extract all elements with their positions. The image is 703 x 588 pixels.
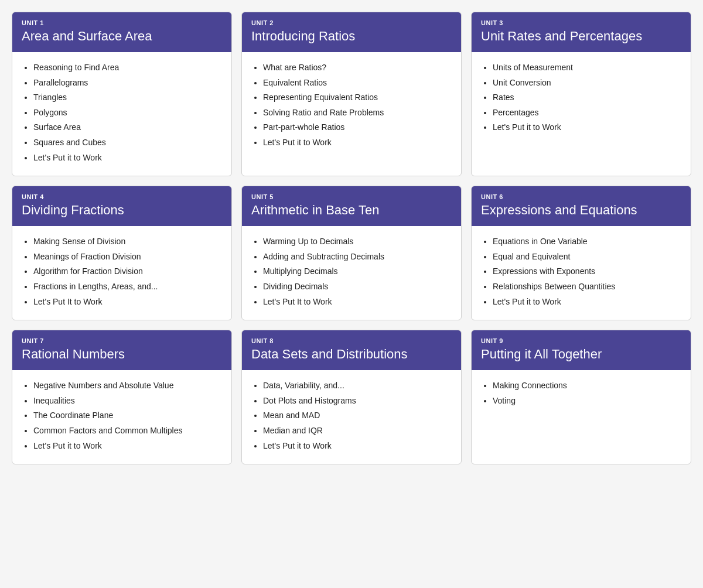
topic-item: Let's Put it to Work <box>263 439 452 454</box>
topic-item: Parallelograms <box>33 76 222 91</box>
unit-body-unit4: Making Sense of DivisionMeanings of Frac… <box>12 226 231 320</box>
unit-topics-unit1: Reasoning to Find AreaParallelogramsTria… <box>22 60 222 165</box>
unit-title-unit8: Data Sets and Distributions <box>251 347 452 362</box>
topic-item: Warming Up to Decimals <box>263 234 452 249</box>
topic-item: Solving Ratio and Rate Problems <box>263 105 452 121</box>
unit-title-unit5: Arithmetic in Base Ten <box>251 203 452 218</box>
unit-header-unit7: UNIT 7Rational Numbers <box>12 330 231 370</box>
topic-item: Making Sense of Division <box>33 234 222 249</box>
topic-item: Polygons <box>33 105 222 121</box>
topic-item: Meanings of Fraction Division <box>33 249 222 265</box>
unit-label-unit7: UNIT 7 <box>22 337 222 344</box>
unit-header-unit6: UNIT 6Expressions and Equations <box>472 186 691 226</box>
unit-title-unit7: Rational Numbers <box>22 347 222 362</box>
unit-label-unit8: UNIT 8 <box>251 337 452 344</box>
topic-item: Let's Put it to Work <box>33 151 222 166</box>
topic-item: Fractions in Lengths, Areas, and... <box>33 279 222 295</box>
topic-item: Median and IQR <box>263 423 452 439</box>
topic-item: Unit Conversion <box>493 76 681 91</box>
unit-label-unit5: UNIT 5 <box>251 193 452 200</box>
topic-item: Let's Put it to Work <box>33 439 222 454</box>
topic-item: Equations in One Variable <box>493 234 681 249</box>
unit-header-unit5: UNIT 5Arithmetic in Base Ten <box>242 186 461 226</box>
unit-header-unit1: UNIT 1Area and Surface Area <box>12 12 231 52</box>
unit-title-unit3: Unit Rates and Percentages <box>481 29 681 44</box>
topic-item: Equal and Equivalent <box>493 249 681 265</box>
unit-label-unit1: UNIT 1 <box>22 19 222 26</box>
unit-topics-unit5: Warming Up to DecimalsAdding and Subtrac… <box>251 234 452 309</box>
unit-topics-unit6: Equations in One VariableEqual and Equiv… <box>481 234 681 309</box>
topic-item: Let's Put it to Work <box>493 120 681 135</box>
unit-label-unit3: UNIT 3 <box>481 19 681 26</box>
topic-item: Percentages <box>493 105 681 121</box>
unit-header-unit9: UNIT 9Putting it All Together <box>472 330 691 370</box>
unit-topics-unit2: What are Ratios?Equivalent RatiosReprese… <box>251 60 452 151</box>
unit-topics-unit4: Making Sense of DivisionMeanings of Frac… <box>22 234 222 309</box>
unit-card-unit3[interactable]: UNIT 3Unit Rates and PercentagesUnits of… <box>471 12 691 176</box>
topic-item: Triangles <box>33 90 222 105</box>
unit-card-unit2[interactable]: UNIT 2Introducing RatiosWhat are Ratios?… <box>241 12 462 176</box>
unit-title-unit2: Introducing Ratios <box>251 29 452 44</box>
topic-item: Inequalities <box>33 394 222 409</box>
unit-header-unit2: UNIT 2Introducing Ratios <box>242 12 461 52</box>
topic-item: Mean and MAD <box>263 408 452 423</box>
unit-card-unit6[interactable]: UNIT 6Expressions and EquationsEquations… <box>471 186 691 320</box>
topic-item: The Coordinate Plane <box>33 408 222 423</box>
topic-item: Rates <box>493 90 681 105</box>
unit-topics-unit9: Making ConnectionsVoting <box>481 378 681 408</box>
topic-item: Reasoning to Find Area <box>33 60 222 76</box>
unit-label-unit2: UNIT 2 <box>251 19 452 26</box>
unit-label-unit9: UNIT 9 <box>481 337 681 344</box>
unit-title-unit4: Dividing Fractions <box>22 203 222 218</box>
topic-item: Let's Put it to Work <box>263 135 452 151</box>
topic-item: Surface Area <box>33 120 222 135</box>
unit-label-unit6: UNIT 6 <box>481 193 681 200</box>
unit-card-unit1[interactable]: UNIT 1Area and Surface AreaReasoning to … <box>12 12 232 176</box>
unit-title-unit9: Putting it All Together <box>481 347 681 362</box>
topic-item: Data, Variability, and... <box>263 378 452 394</box>
topic-item: Adding and Subtracting Decimals <box>263 249 452 265</box>
unit-card-unit7[interactable]: UNIT 7Rational NumbersNegative Numbers a… <box>12 330 232 464</box>
unit-label-unit4: UNIT 4 <box>22 193 222 200</box>
topic-item: Units of Measurement <box>493 60 681 76</box>
unit-header-unit8: UNIT 8Data Sets and Distributions <box>242 330 461 370</box>
unit-title-unit1: Area and Surface Area <box>22 29 222 44</box>
topic-item: Part-part-whole Ratios <box>263 120 452 135</box>
unit-card-unit9[interactable]: UNIT 9Putting it All TogetherMaking Conn… <box>471 330 691 464</box>
topic-item: Algorithm for Fraction Division <box>33 264 222 279</box>
topic-item: Let's Put it to Work <box>493 295 681 310</box>
topic-item: Negative Numbers and Absolute Value <box>33 378 222 394</box>
unit-topics-unit7: Negative Numbers and Absolute ValueInequ… <box>22 378 222 453</box>
topic-item: Multiplying Decimals <box>263 264 452 279</box>
unit-body-unit9: Making ConnectionsVoting <box>472 370 691 419</box>
unit-body-unit3: Units of MeasurementUnit ConversionRates… <box>472 52 691 146</box>
unit-body-unit7: Negative Numbers and Absolute ValueInequ… <box>12 370 231 464</box>
topic-item: Let's Put It to Work <box>33 295 222 310</box>
unit-body-unit5: Warming Up to DecimalsAdding and Subtrac… <box>242 226 461 320</box>
unit-title-unit6: Expressions and Equations <box>481 203 681 218</box>
topic-item: Making Connections <box>493 378 681 394</box>
unit-card-unit8[interactable]: UNIT 8Data Sets and DistributionsData, V… <box>241 330 462 464</box>
units-grid: UNIT 1Area and Surface AreaReasoning to … <box>12 12 691 464</box>
topic-item: Dot Plots and Histograms <box>263 394 452 409</box>
unit-body-unit8: Data, Variability, and...Dot Plots and H… <box>242 370 461 464</box>
topic-item: Squares and Cubes <box>33 135 222 151</box>
topic-item: Let's Put It to Work <box>263 295 452 310</box>
unit-header-unit4: UNIT 4Dividing Fractions <box>12 186 231 226</box>
unit-header-unit3: UNIT 3Unit Rates and Percentages <box>472 12 691 52</box>
unit-topics-unit8: Data, Variability, and...Dot Plots and H… <box>251 378 452 453</box>
unit-card-unit4[interactable]: UNIT 4Dividing FractionsMaking Sense of … <box>12 186 232 320</box>
topic-item: What are Ratios? <box>263 60 452 76</box>
topic-item: Dividing Decimals <box>263 279 452 295</box>
topic-item: Representing Equivalent Ratios <box>263 90 452 105</box>
topic-item: Common Factors and Common Multiples <box>33 423 222 439</box>
topic-item: Expressions with Exponents <box>493 264 681 279</box>
unit-body-unit2: What are Ratios?Equivalent RatiosReprese… <box>242 52 461 161</box>
unit-card-unit5[interactable]: UNIT 5Arithmetic in Base TenWarming Up t… <box>241 186 462 320</box>
topic-item: Voting <box>493 394 681 409</box>
topic-item: Equivalent Ratios <box>263 76 452 91</box>
unit-body-unit6: Equations in One VariableEqual and Equiv… <box>472 226 691 320</box>
topic-item: Relationships Between Quantities <box>493 279 681 295</box>
unit-body-unit1: Reasoning to Find AreaParallelogramsTria… <box>12 52 231 176</box>
unit-topics-unit3: Units of MeasurementUnit ConversionRates… <box>481 60 681 135</box>
